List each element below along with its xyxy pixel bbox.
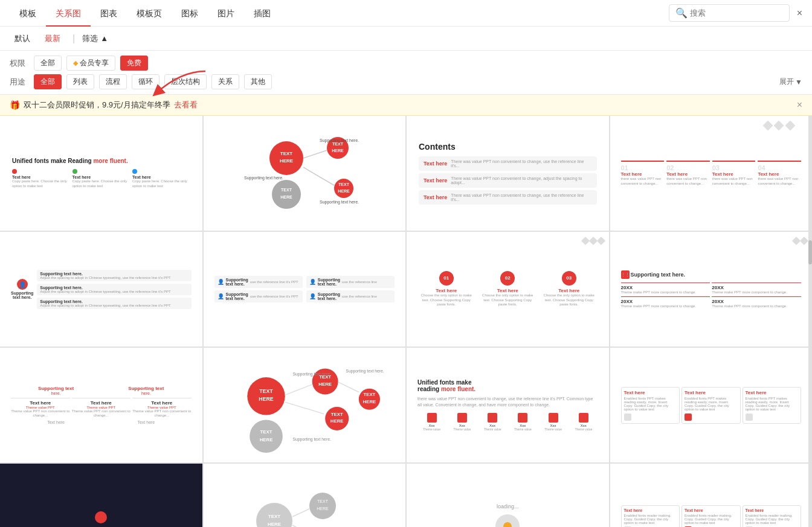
template-item-3[interactable]: Contents Text here There was value PPT n…	[407, 116, 609, 231]
thumb-2-content: TEXT HERE TEXT HERE TEXT HERE TEXT HERE	[204, 116, 406, 231]
usage-label: 用途	[10, 77, 29, 88]
svg-point-3	[272, 180, 301, 209]
tab-icon[interactable]: 图标	[172, 0, 208, 27]
template-item-4[interactable]: 01 Text here there was value PPT non con…	[610, 116, 813, 231]
usage-relation[interactable]: 关系	[211, 74, 239, 89]
svg-text:HERE: HERE	[332, 149, 344, 153]
template-item-6[interactable]: 👤 Supporting text here. use the referenc…	[204, 232, 406, 347]
usage-hierarchy[interactable]: 层次结构	[164, 74, 207, 89]
search-input[interactable]	[690, 8, 783, 18]
thumb-14-content: TEXT HERE TEXT HERE TEXT HERE	[204, 464, 406, 527]
promo-close[interactable]: ×	[797, 100, 802, 110]
expand-button[interactable]: 展开 ▼	[779, 77, 802, 87]
thumb-9-content: Supporting text here. Supporting text he…	[0, 348, 202, 462]
thumb-6-content: 👤 Supporting text here. use the referenc…	[204, 232, 406, 347]
thumb-7-content: 01 Text here Choose the only option to m…	[407, 232, 609, 347]
permission-label: 权限	[10, 58, 29, 69]
filter-bar: 默认 最新 | 筛选 ▲	[0, 27, 812, 51]
thumb-12-content: Text here Enabled fonts PPT makes readin…	[610, 348, 813, 462]
svg-line-32	[285, 385, 312, 395]
svg-text:HERE: HERE	[259, 437, 272, 442]
template-item-1[interactable]: Unified fonts make Reading more fluent. …	[0, 116, 202, 231]
svg-text:HERE: HERE	[280, 158, 294, 164]
svg-point-41	[309, 493, 336, 519]
svg-line-13	[303, 167, 334, 185]
filter-sort-arrow: ▲	[100, 34, 108, 43]
thumb-3-content: Contents Text here There was value PPT n…	[407, 116, 609, 231]
svg-text:TEXT: TEXT	[259, 388, 273, 394]
tab-template[interactable]: 模板	[10, 0, 46, 27]
thumb-10-content: TEXT HERE TEXT HERE TEXT HERE TEXT HERE …	[204, 348, 406, 462]
template-item-2[interactable]: TEXT HERE TEXT HERE TEXT HERE TEXT HERE	[204, 116, 406, 231]
template-item-12[interactable]: Text here Enabled fonts PPT makes readin…	[610, 348, 813, 462]
promo-icon: 🎁	[10, 100, 20, 110]
thumb-11-content: Unified fonts makereading more fluent. t…	[407, 348, 609, 462]
svg-text:Supporting text here.: Supporting text here.	[292, 437, 330, 442]
option-bars: 权限 全部 ◆ 会员专享 免费 用途 全部 列表 流程 循环 层次结构 关系 其…	[0, 51, 812, 95]
template-item-5[interactable]: 👤 Supportingtext here. Supporting text h…	[0, 232, 202, 347]
search-box[interactable]: 🔍	[669, 4, 790, 22]
promo-banner: 🎁 双十二会员限时促销，9.9元/月搞定年终季 去看看 ×	[0, 95, 812, 116]
svg-text:TEXT: TEXT	[317, 499, 329, 503]
svg-text:HERE: HERE	[338, 189, 350, 193]
usage-flow[interactable]: 流程	[99, 74, 127, 89]
permission-vip-label: 会员专享	[80, 58, 109, 68]
template-item-13[interactable]: Dark theme	[0, 464, 202, 527]
svg-line-12	[303, 150, 327, 158]
tab-chart[interactable]: 图表	[91, 0, 127, 27]
svg-text:Supporting text here.: Supporting text here.	[320, 138, 359, 143]
template-item-11[interactable]: Unified fonts makereading more fluent. t…	[407, 348, 609, 462]
thumb-15-content: loading...	[407, 464, 609, 527]
svg-line-33	[285, 402, 324, 414]
svg-text:TEXT: TEXT	[338, 182, 350, 187]
svg-text:TEXT: TEXT	[268, 514, 281, 519]
thumb-13-content: Dark theme	[0, 464, 202, 527]
svg-text:TEXT: TEXT	[260, 429, 272, 435]
svg-line-34	[338, 382, 358, 392]
filter-default[interactable]: 默认	[10, 32, 35, 45]
promo-link[interactable]: 去看看	[174, 100, 198, 110]
usage-other[interactable]: 其他	[244, 74, 272, 89]
usage-row: 用途 全部 列表 流程 循环 层次结构 关系 其他 展开 ▼	[10, 74, 802, 89]
search-icon: 🔍	[675, 7, 688, 19]
svg-line-47	[292, 509, 309, 517]
vip-icon: ◆	[73, 59, 78, 67]
tab-picture[interactable]: 图片	[208, 0, 244, 27]
template-item-8[interactable]: ⋮⋮ Supporting text here. 20XX Theme make…	[610, 232, 813, 347]
permission-all[interactable]: 全部	[34, 56, 62, 71]
top-bar: 模板 关系图 图表 模板页 图标 图片 插图 🔍 ×	[0, 0, 812, 27]
template-item-15[interactable]: loading...	[407, 464, 609, 527]
filter-sort[interactable]: 筛选 ▲	[82, 33, 108, 44]
svg-text:Supporting text here.: Supporting text here.	[244, 176, 283, 180]
svg-point-9	[334, 179, 353, 198]
tab-relation[interactable]: 关系图	[46, 0, 91, 27]
template-item-9[interactable]: Supporting text here. Supporting text he…	[0, 348, 202, 462]
filter-newest[interactable]: 最新	[40, 32, 65, 45]
permission-row: 权限 全部 ◆ 会员专享 免费	[10, 56, 802, 71]
tab-template-page[interactable]: 模板页	[127, 0, 172, 27]
svg-text:HERE: HERE	[362, 399, 376, 404]
template-item-14[interactable]: TEXT HERE TEXT HERE TEXT HERE	[204, 464, 406, 527]
thumb-4-content: 01 Text here there was value PPT non con…	[610, 116, 813, 231]
svg-text:HERE: HERE	[317, 506, 329, 511]
usage-all[interactable]: 全部	[34, 74, 62, 89]
template-item-10[interactable]: TEXT HERE TEXT HERE TEXT HERE TEXT HERE …	[204, 348, 406, 462]
expand-label: 展开	[779, 77, 794, 87]
permission-free[interactable]: 免费	[120, 56, 148, 71]
scrollbar-thumb[interactable]	[808, 240, 812, 264]
tab-diagram[interactable]: 插图	[244, 0, 280, 27]
usage-list[interactable]: 列表	[66, 74, 94, 89]
permission-vip[interactable]: ◆ 会员专享	[66, 56, 115, 71]
template-item-7[interactable]: 01 Text here Choose the only option to m…	[407, 232, 609, 347]
svg-text:TEXT: TEXT	[332, 142, 344, 146]
promo-text: 双十二会员限时促销，9.9元/月搞定年终季	[24, 100, 170, 110]
template-item-16[interactable]: Text here Enabled fonts reader making. C…	[610, 464, 813, 527]
close-button[interactable]: ×	[797, 8, 802, 19]
svg-text:TEXT: TEXT	[363, 392, 375, 397]
template-grid: Unified fonts make Reading more fluent. …	[0, 116, 812, 527]
thumb-8-content: ⋮⋮ Supporting text here. 20XX Theme make…	[610, 232, 813, 347]
usage-cycle[interactable]: 循环	[132, 74, 160, 89]
expand-icon: ▼	[795, 78, 802, 86]
filter-sort-label: 筛选	[82, 33, 98, 44]
scrollbar-track[interactable]	[808, 116, 812, 527]
